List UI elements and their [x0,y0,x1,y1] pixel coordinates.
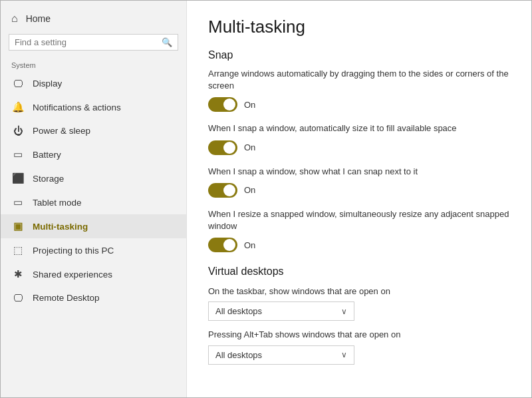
sidebar-item-power[interactable]: ⏻ Power & sleep [1,119,186,142]
multitasking-icon: ▣ [11,220,25,232]
taskbar-dropdown-value: All desktops [215,306,262,316]
taskbar-dropdown-label: On the taskbar, show windows that are op… [208,286,510,298]
sidebar-item-shared[interactable]: ✱ Shared experiences [1,262,186,286]
sidebar-item-label: Notifications & actions [33,102,121,112]
snap-desc-3: When I snap a window, show what I can sn… [208,166,510,178]
snap-toggle-2[interactable] [208,140,237,155]
home-icon: ⌂ [11,13,18,25]
snap-toggle-label-3: On [244,185,255,195]
sidebar-item-storage[interactable]: ⬛ Storage [1,166,186,190]
snap-toggle-label-2: On [244,142,255,152]
sidebar-item-label: Remote Desktop [33,293,100,303]
sidebar-item-label: Projecting to this PC [33,246,114,256]
alttab-dropdown[interactable]: All desktops ∨ [208,345,354,365]
sidebar-item-label: Multi-tasking [33,222,88,232]
snap-section-title: Snap [208,49,510,61]
snap-desc-4: When I resize a snapped window, simultan… [208,208,510,232]
snap-toggle-row-1: On [208,97,510,112]
sidebar-item-label: Tablet mode [33,198,82,208]
notifications-icon: 🔔 [11,101,25,113]
chevron-down-icon: ∨ [341,307,347,316]
sidebar-item-tablet[interactable]: ▭ Tablet mode [1,190,186,214]
snap-toggle-label-1: On [244,100,255,110]
sidebar-item-label: Display [33,79,62,89]
sidebar-item-notifications[interactable]: 🔔 Notifications & actions [1,95,186,119]
battery-icon: ▭ [11,148,25,160]
snap-desc-1: Arrange windows automatically by draggin… [208,68,510,92]
search-box: 🔍 [9,34,178,51]
sidebar-item-label: Power & sleep [33,126,90,136]
sidebar-item-label: Storage [33,174,64,184]
search-input[interactable] [15,37,162,47]
projecting-icon: ⬚ [11,244,25,256]
display-icon: 🖵 [11,78,25,89]
home-item[interactable]: ⌂ Home [1,6,186,31]
alttab-dropdown-label: Pressing Alt+Tab shows windows that are … [208,329,510,341]
shared-icon: ✱ [11,268,25,280]
snap-toggle-3[interactable] [208,183,237,198]
tablet-icon: ▭ [11,196,25,208]
snap-toggle-row-2: On [208,140,510,155]
snap-toggle-row-4: On [208,238,510,252]
storage-icon: ⬛ [11,172,25,184]
snap-toggle-4[interactable] [208,238,237,252]
sidebar-item-multitasking[interactable]: ▣ Multi-tasking [1,214,186,238]
snap-toggle-label-4: On [244,240,255,250]
taskbar-dropdown[interactable]: All desktops ∨ [208,301,354,321]
home-label: Home [26,13,51,24]
sidebar-item-label: Shared experiences [33,270,112,280]
main-content: Multi-tasking Snap Arrange windows autom… [187,1,531,397]
sidebar-item-label: Battery [33,150,61,160]
snap-desc-2: When I snap a window, automatically size… [208,122,510,134]
search-icon: 🔍 [162,37,172,47]
remote-icon: 🖵 [11,292,25,303]
sidebar: ⌂ Home 🔍 System 🖵 Display 🔔 Notification… [1,1,187,397]
snap-toggle-1[interactable] [208,97,237,112]
page-title: Multi-tasking [208,17,510,37]
sidebar-item-display[interactable]: 🖵 Display [1,72,186,95]
sidebar-item-remote[interactable]: 🖵 Remote Desktop [1,286,186,309]
sidebar-item-battery[interactable]: ▭ Battery [1,142,186,166]
alttab-dropdown-value: All desktops [215,350,262,360]
chevron-down-icon-2: ∨ [341,350,347,359]
power-icon: ⏻ [11,125,25,136]
sidebar-item-projecting[interactable]: ⬚ Projecting to this PC [1,238,186,262]
virtual-desktops-title: Virtual desktops [208,266,510,278]
virtual-desktops-section: Virtual desktops On the taskbar, show wi… [208,266,510,364]
snap-toggle-row-3: On [208,183,510,198]
system-section-label: System [1,57,186,72]
